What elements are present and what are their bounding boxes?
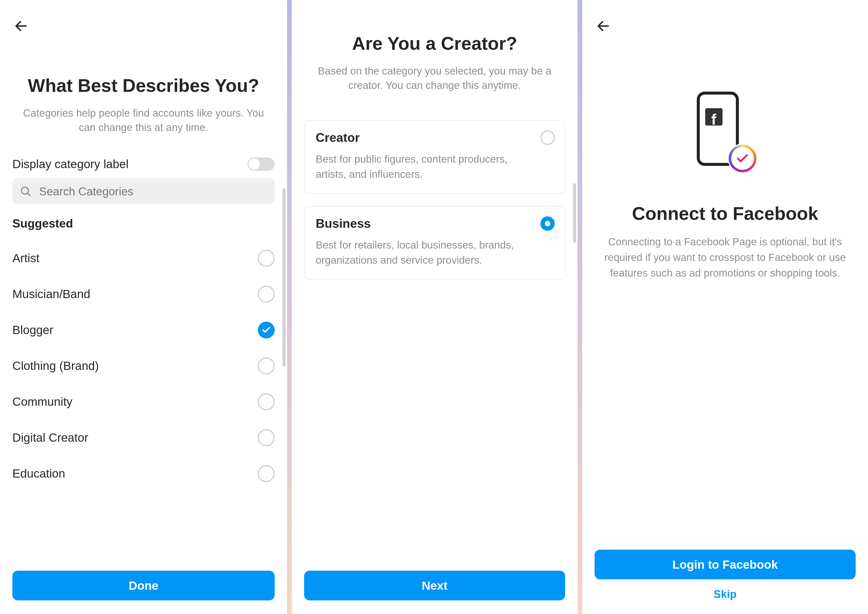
card-description: Best for retailers, local businesses, br… xyxy=(316,238,553,268)
radio-empty-icon xyxy=(258,429,274,446)
card-title: Business xyxy=(316,216,553,231)
radio-empty-icon xyxy=(540,131,555,145)
category-list: ArtistMusician/BandBloggerClothing (Bran… xyxy=(12,240,274,491)
category-item[interactable]: Digital Creator xyxy=(12,420,274,455)
category-item[interactable]: Education xyxy=(12,455,274,491)
category-item[interactable]: Community xyxy=(12,384,274,420)
category-label: Digital Creator xyxy=(12,431,88,445)
scrollbar[interactable] xyxy=(282,188,285,367)
toggle-label: Display category label xyxy=(12,157,129,171)
category-label: Artist xyxy=(12,251,39,265)
search-icon xyxy=(20,185,32,197)
facebook-icon xyxy=(705,108,722,126)
svg-line-1 xyxy=(28,193,30,196)
back-button[interactable] xyxy=(12,17,30,35)
back-button[interactable] xyxy=(595,17,612,35)
category-label: Clothing (Brand) xyxy=(12,359,99,373)
radio-empty-icon xyxy=(258,286,274,303)
card-description: Best for public figures, content produce… xyxy=(316,152,553,182)
checkmark-icon xyxy=(736,152,749,165)
page-title: What Best Describes You? xyxy=(15,74,272,97)
page-title: Are You a Creator? xyxy=(307,32,563,55)
category-label: Blogger xyxy=(12,323,53,337)
account-type-options: CreatorBest for public figures, content … xyxy=(292,93,578,562)
category-label: Musician/Band xyxy=(12,287,90,301)
radio-selected-icon xyxy=(540,216,555,231)
search-field[interactable] xyxy=(12,178,274,204)
radio-empty-icon xyxy=(258,358,274,375)
next-button[interactable]: Next xyxy=(304,570,565,600)
done-button[interactable]: Done xyxy=(12,570,274,600)
radio-selected-icon xyxy=(258,322,274,339)
page-subtitle: Categories help people find accounts lik… xyxy=(15,106,272,135)
scrollbar[interactable] xyxy=(573,183,576,242)
toggle-knob xyxy=(248,159,260,170)
category-item[interactable]: Blogger xyxy=(12,312,274,348)
card-title: Creator xyxy=(316,131,553,145)
account-type-card[interactable]: CreatorBest for public figures, content … xyxy=(304,120,565,194)
category-label: Education xyxy=(12,467,65,480)
category-item[interactable]: Artist xyxy=(12,240,274,276)
connect-illustration xyxy=(697,92,754,171)
radio-empty-icon xyxy=(258,465,274,482)
category-item[interactable]: Clothing (Brand) xyxy=(12,348,274,384)
skip-button[interactable]: Skip xyxy=(595,588,856,600)
category-item[interactable]: Musician/Band xyxy=(12,276,274,312)
account-type-card[interactable]: BusinessBest for retailers, local busine… xyxy=(304,206,565,280)
category-label: Community xyxy=(12,395,73,409)
radio-empty-icon xyxy=(258,393,274,410)
page-subtitle: Connecting to a Facebook Page is optiona… xyxy=(597,234,853,281)
display-category-toggle[interactable] xyxy=(248,157,274,171)
search-input[interactable] xyxy=(39,185,267,198)
arrow-left-icon xyxy=(596,19,611,33)
arrow-left-icon xyxy=(14,19,28,33)
page-subtitle: Based on the category you selected, you … xyxy=(307,64,563,93)
suggested-header: Suggested xyxy=(12,217,274,230)
check-badge xyxy=(728,144,757,173)
radio-empty-icon xyxy=(258,250,274,267)
page-title: Connect to Facebook xyxy=(632,203,818,224)
login-facebook-button[interactable]: Login to Facebook xyxy=(595,550,856,579)
